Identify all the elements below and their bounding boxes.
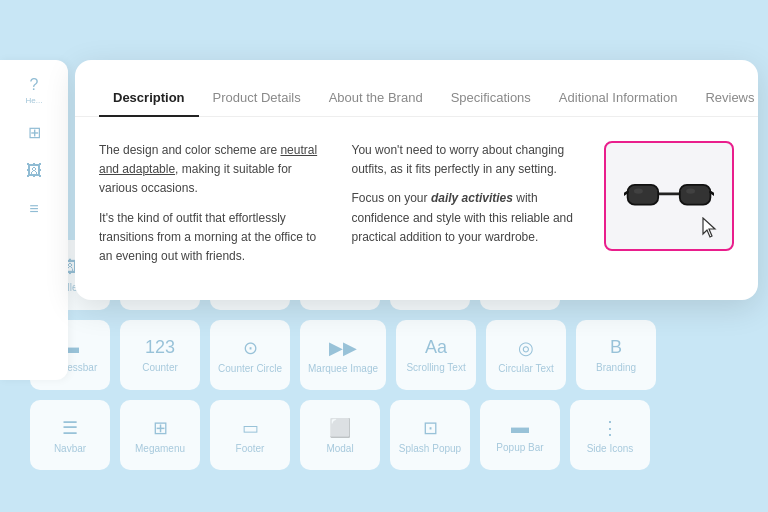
- counter-label: Counter: [142, 362, 178, 373]
- bg-tile-side-icons[interactable]: ⋮ Side Icons: [570, 400, 650, 470]
- bg-tile-modal[interactable]: ⬜ Modal: [300, 400, 380, 470]
- modal-label: Modal: [326, 443, 353, 454]
- bg-tile-scrolling-text[interactable]: Aa Scrolling Text: [396, 320, 476, 390]
- right-paragraph-1: You won't need to worry about changing o…: [352, 141, 585, 179]
- bg-tile-navbar[interactable]: ☰ Navbar: [30, 400, 110, 470]
- svg-marker-7: [703, 218, 715, 237]
- bg-tile-marquee[interactable]: ▶▶ Marquee Image: [300, 320, 386, 390]
- svg-point-2: [634, 188, 643, 193]
- sidebar-item-help[interactable]: ? He...: [0, 68, 68, 113]
- main-card: Description Product Details About the Br…: [75, 60, 758, 300]
- navbar-label: Navbar: [54, 443, 86, 454]
- content-left: The design and color scheme are neutral …: [99, 141, 332, 276]
- bg-row-3: ☰ Navbar ⊞ Megamenu ▭ Footer ⬜ Modal ⊡ S…: [30, 400, 768, 470]
- navbar-icon: ☰: [62, 417, 78, 439]
- svg-rect-3: [680, 184, 711, 204]
- tab-description[interactable]: Description: [99, 80, 199, 117]
- sidebar-item-image[interactable]: 🖼: [0, 154, 68, 190]
- side-icons-icon: ⋮: [601, 417, 619, 439]
- content-right: You won't need to worry about changing o…: [352, 141, 585, 276]
- splash-popup-icon: ⊡: [423, 417, 438, 439]
- sunglasses-icon: [624, 174, 714, 219]
- tab-reviews[interactable]: Reviews 2: [691, 80, 758, 117]
- bg-tile-counter[interactable]: 123 Counter: [120, 320, 200, 390]
- tab-bar: Description Product Details About the Br…: [75, 60, 758, 117]
- bg-tile-splash-popup[interactable]: ⊡ Splash Popup: [390, 400, 470, 470]
- branding-label: Branding: [596, 362, 636, 373]
- footer-icon: ▭: [242, 417, 259, 439]
- bg-tile-popup-bar[interactable]: ▬ Popup Bar: [480, 400, 560, 470]
- sidebar-item-help-label: He...: [26, 96, 43, 105]
- modal-icon: ⬜: [329, 417, 351, 439]
- footer-label: Footer: [236, 443, 265, 454]
- bg-tile-branding[interactable]: B Branding: [576, 320, 656, 390]
- bg-tile-megamenu[interactable]: ⊞ Megamenu: [120, 400, 200, 470]
- circular-text-icon: ◎: [518, 337, 534, 359]
- circular-text-label: Circular Text: [498, 363, 553, 374]
- bg-tile-circular-text[interactable]: ◎ Circular Text: [486, 320, 566, 390]
- counter-icon: 123: [145, 337, 175, 358]
- counter-circle-label: Counter Circle: [218, 363, 282, 374]
- left-paragraph-2: It's the kind of outfit that effortlessl…: [99, 209, 332, 267]
- scrolling-text-label: Scrolling Text: [406, 362, 465, 373]
- left-sidebar: ? He... ⊞ 🖼 ≡: [0, 60, 68, 380]
- megamenu-icon: ⊞: [153, 417, 168, 439]
- tab-additional-info[interactable]: Aditional Information: [545, 80, 692, 117]
- popup-bar-label: Popup Bar: [496, 442, 543, 453]
- product-image: [604, 141, 734, 251]
- left-paragraph-1: The design and color scheme are neutral …: [99, 141, 332, 199]
- help-icon: ?: [30, 76, 39, 94]
- right-paragraph-2: Focus on your daily activities with conf…: [352, 189, 585, 247]
- tab-about-brand[interactable]: About the Brand: [315, 80, 437, 117]
- marquee-icon: ▶▶: [329, 337, 357, 359]
- bg-row-2: ▬ Progressbar 123 Counter ⊙ Counter Circ…: [30, 320, 768, 390]
- tab-specifications[interactable]: Specifications: [437, 80, 545, 117]
- side-icons-label: Side Icons: [587, 443, 634, 454]
- sidebar-item-grid[interactable]: ⊞: [0, 115, 68, 152]
- branding-icon: B: [610, 337, 622, 358]
- menu-icon: ≡: [29, 200, 38, 218]
- grid-icon: ⊞: [28, 123, 41, 142]
- svg-point-4: [686, 188, 695, 193]
- bg-tile-footer[interactable]: ▭ Footer: [210, 400, 290, 470]
- mouse-cursor-icon: [702, 217, 720, 239]
- sidebar-item-menu[interactable]: ≡: [0, 192, 68, 228]
- counter-circle-icon: ⊙: [243, 337, 258, 359]
- megamenu-label: Megamenu: [135, 443, 185, 454]
- splash-popup-label: Splash Popup: [399, 443, 461, 454]
- bg-tile-counter-circle[interactable]: ⊙ Counter Circle: [210, 320, 290, 390]
- marquee-label: Marquee Image: [308, 363, 378, 374]
- svg-rect-1: [628, 184, 659, 204]
- tab-product-details[interactable]: Product Details: [199, 80, 315, 117]
- tab-content: The design and color scheme are neutral …: [75, 117, 758, 300]
- popup-bar-icon: ▬: [511, 417, 529, 438]
- image-icon: 🖼: [26, 162, 42, 180]
- scrolling-text-icon: Aa: [425, 337, 447, 358]
